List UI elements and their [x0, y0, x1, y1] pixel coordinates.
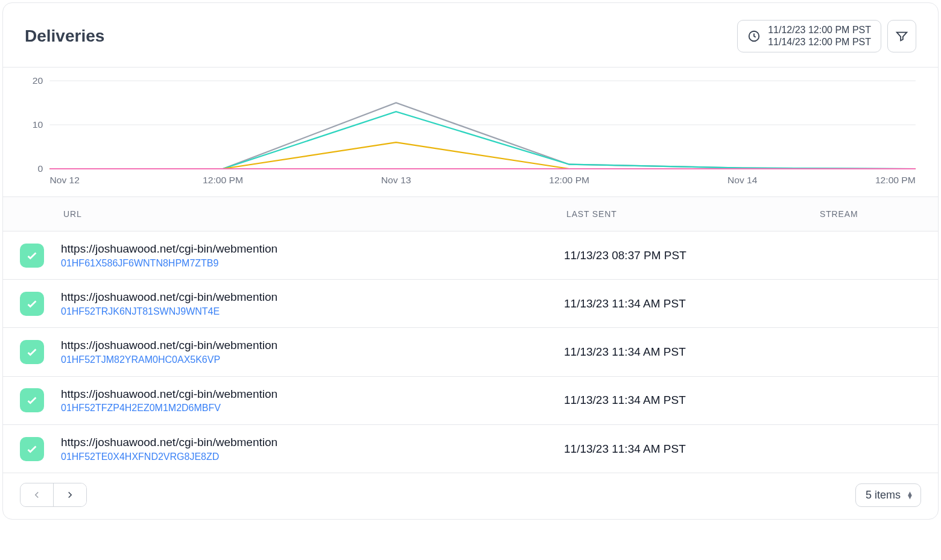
- delivery-url: https://joshuawood.net/cgi-bin/webmentio…: [61, 338, 564, 353]
- status-cell: [3, 388, 61, 412]
- items-per-page-select[interactable]: 5 items ▲▼: [855, 483, 921, 507]
- last-sent-cell: 11/13/23 11:34 AM PST: [564, 345, 817, 359]
- svg-text:12:00 PM: 12:00 PM: [549, 176, 589, 185]
- delivery-url: https://joshuawood.net/cgi-bin/webmentio…: [61, 241, 564, 257]
- table-row[interactable]: https://joshuawood.net/cgi-bin/webmentio…: [3, 425, 938, 473]
- table-header: URL LAST SENT STREAM: [3, 197, 938, 231]
- date-range-to: 11/14/23 12:00 PM PST: [768, 36, 871, 48]
- status-ok-badge: [20, 244, 44, 268]
- chart-series: [49, 103, 915, 169]
- series-warning: [49, 142, 915, 169]
- series-total: [49, 103, 915, 169]
- prev-page-button[interactable]: [21, 483, 53, 506]
- url-cell: https://joshuawood.net/cgi-bin/webmentio…: [61, 338, 564, 366]
- last-sent-cell: 11/13/23 11:34 AM PST: [564, 394, 817, 407]
- url-cell: https://joshuawood.net/cgi-bin/webmentio…: [61, 289, 564, 318]
- check-icon: [25, 394, 39, 407]
- svg-text:12:00 PM: 12:00 PM: [875, 176, 916, 185]
- filter-icon: [895, 30, 908, 43]
- last-sent-cell: 11/13/23 08:37 PM PST: [564, 249, 817, 262]
- last-sent-cell: 11/13/23 11:34 AM PST: [564, 297, 817, 310]
- table-body: https://joshuawood.net/cgi-bin/webmentio…: [3, 231, 938, 473]
- request-id-link[interactable]: 01HF52TRJK6NJT81SWNJ9WNT4E: [61, 305, 564, 318]
- footer: 5 items ▲▼: [3, 473, 938, 519]
- items-per-page-label: 5 items: [866, 489, 901, 502]
- status-ok-badge: [20, 437, 44, 461]
- status-cell: [3, 244, 61, 268]
- delivery-url: https://joshuawood.net/cgi-bin/webmentio…: [61, 386, 564, 402]
- status-ok-badge: [20, 292, 44, 316]
- deliveries-chart: 01020 Nov 1212:00 PMNov 1312:00 PMNov 14…: [19, 76, 922, 190]
- chart-y-axis: 01020: [33, 77, 43, 174]
- select-arrows-icon: ▲▼: [907, 491, 913, 499]
- request-id-link[interactable]: 01HF52TFZP4H2EZ0M1M2D6MBFV: [61, 401, 564, 415]
- clock-icon: [747, 30, 761, 43]
- last-sent-cell: 11/13/23 11:34 AM PST: [564, 442, 817, 456]
- series-success: [49, 112, 915, 169]
- page-title: Deliveries: [25, 27, 104, 46]
- status-cell: [3, 292, 61, 316]
- col-url: URL: [61, 209, 564, 219]
- url-cell: https://joshuawood.net/cgi-bin/webmentio…: [61, 435, 564, 463]
- pager: [20, 483, 87, 507]
- svg-text:12:00 PM: 12:00 PM: [203, 176, 243, 185]
- svg-text:0: 0: [38, 165, 43, 174]
- col-last-sent: LAST SENT: [564, 209, 817, 219]
- status-ok-badge: [20, 388, 44, 412]
- chevron-left-icon: [31, 489, 42, 500]
- table-row[interactable]: https://joshuawood.net/cgi-bin/webmentio…: [3, 280, 938, 328]
- chart-area: 01020 Nov 1212:00 PMNov 1312:00 PMNov 14…: [3, 68, 938, 197]
- check-icon: [25, 442, 39, 456]
- deliveries-card: Deliveries 11/12/23 12:00 PM PST 11/14/2…: [2, 2, 939, 520]
- url-cell: https://joshuawood.net/cgi-bin/webmentio…: [61, 386, 564, 415]
- request-id-link[interactable]: 01HF61X586JF6WNTN8HPM7ZTB9: [61, 257, 564, 270]
- url-cell: https://joshuawood.net/cgi-bin/webmentio…: [61, 241, 564, 269]
- date-range-button[interactable]: 11/12/23 12:00 PM PST 11/14/23 12:00 PM …: [737, 20, 881, 52]
- table-row[interactable]: https://joshuawood.net/cgi-bin/webmentio…: [3, 231, 938, 280]
- delivery-url: https://joshuawood.net/cgi-bin/webmentio…: [61, 289, 564, 305]
- svg-text:10: 10: [33, 121, 43, 130]
- check-icon: [25, 249, 39, 262]
- chart-x-axis: Nov 1212:00 PMNov 1312:00 PMNov 1412:00 …: [49, 176, 915, 185]
- request-id-link[interactable]: 01HF52TE0X4HXFND2VRG8JE8ZD: [61, 450, 564, 464]
- status-ok-badge: [20, 340, 44, 364]
- svg-text:Nov 14: Nov 14: [727, 176, 758, 185]
- date-range-text: 11/12/23 12:00 PM PST 11/14/23 12:00 PM …: [768, 24, 871, 48]
- table-row[interactable]: https://joshuawood.net/cgi-bin/webmentio…: [3, 377, 938, 425]
- check-icon: [25, 297, 39, 310]
- next-page-button[interactable]: [53, 483, 86, 506]
- header-actions: 11/12/23 12:00 PM PST 11/14/23 12:00 PM …: [737, 20, 916, 52]
- col-stream: STREAM: [817, 209, 938, 219]
- date-range-from: 11/12/23 12:00 PM PST: [768, 24, 871, 36]
- svg-text:Nov 12: Nov 12: [49, 176, 80, 185]
- check-icon: [25, 345, 39, 359]
- status-cell: [3, 437, 61, 461]
- svg-text:Nov 13: Nov 13: [381, 176, 411, 185]
- request-id-link[interactable]: 01HF52TJM82YRAM0HC0AX5K6VP: [61, 353, 564, 367]
- status-cell: [3, 340, 61, 364]
- filter-button[interactable]: [887, 20, 916, 52]
- chevron-right-icon: [65, 489, 75, 500]
- table-row[interactable]: https://joshuawood.net/cgi-bin/webmentio…: [3, 328, 938, 376]
- svg-text:20: 20: [33, 77, 43, 86]
- delivery-url: https://joshuawood.net/cgi-bin/webmentio…: [61, 435, 564, 450]
- header: Deliveries 11/12/23 12:00 PM PST 11/14/2…: [3, 3, 938, 68]
